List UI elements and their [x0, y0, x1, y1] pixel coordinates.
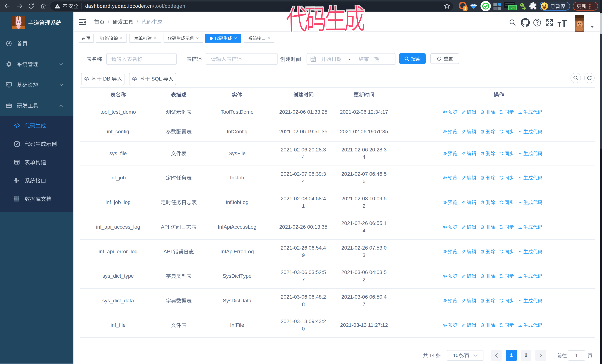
svg-text:1: 1: [464, 7, 466, 10]
